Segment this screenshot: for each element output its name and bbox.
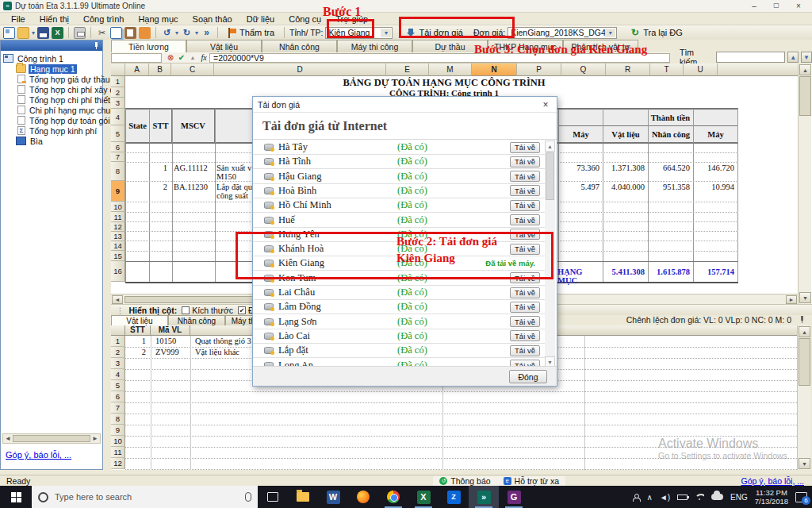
column-header-B[interactable]: B [149,64,171,76]
tree-item-3[interactable]: Tổng hợp chi phí xây dựng [3,84,102,94]
column-header-M[interactable]: M [429,64,472,76]
menu-item-file[interactable]: File [5,13,32,25]
mat-cell-stt[interactable]: 1 [125,337,149,345]
material-vscrollbar[interactable]: ▲ ▼ [797,325,810,470]
dong-button[interactable]: Đóng [509,370,547,383]
tai-ve-button[interactable]: Tải về [510,200,540,211]
firefox-button[interactable] [348,486,378,508]
cell-mscv[interactable]: BA.11230 [174,183,215,191]
menu-item-hiển-thị[interactable]: Hiển thị [33,13,75,25]
tai-ve-button[interactable]: Tải về [510,316,540,327]
tra-lai-dg-button[interactable]: ↻ Tra lại ĐG [624,25,688,40]
cell-may[interactable]: 73.360 [558,164,602,172]
menu-item-soạn-thảo[interactable]: Soạn thảo [186,13,239,25]
tai-ve-button[interactable]: Tải về [510,214,540,225]
run-icon[interactable]: » [201,27,213,39]
menu-item-công-trình[interactable]: Công trình [77,13,130,25]
material-tab-2[interactable]: Nhân công [168,315,225,325]
excel-button[interactable]: X [408,486,439,508]
tham-tra-button[interactable]: Thẩm tra [223,26,279,40]
notifications-item[interactable]: ↺ Thông báo [433,476,496,486]
mat-row-header-11[interactable]: 11 [111,447,125,458]
redo-dropdown-icon[interactable]: ▾ [195,29,198,37]
action-center-icon[interactable]: 6 [795,492,807,502]
row-header-5[interactable]: 5 [111,125,125,142]
scroll-left-icon[interactable]: ◄ [112,295,123,304]
mat-row-header-9[interactable]: 9 [111,425,125,436]
check-icon[interactable]: ✔ [176,53,187,62]
undo-dropdown-icon[interactable]: ▾ [175,29,178,37]
tab-3[interactable]: Nhân công [262,40,337,52]
tai-ve-button[interactable]: Tải về [510,185,540,196]
checkbox-2[interactable]: ✔ [238,306,246,314]
tab-4[interactable]: Máy thi công [337,40,412,52]
onedrive-icon[interactable] [711,494,723,500]
scroll-up-icon[interactable]: ▲ [799,64,811,75]
scroll-right-icon[interactable]: ► [92,435,98,442]
tai-ve-button[interactable]: Tải về [510,156,540,167]
column-header-C[interactable]: C [171,64,214,76]
mat-row-header-7[interactable]: 7 [111,402,125,414]
search-up-button[interactable]: ▲ [787,52,799,63]
scroll-left-icon[interactable]: ◄ [5,435,11,442]
mat-row-header-8[interactable]: 8 [111,414,125,425]
corner-cell[interactable] [111,64,125,76]
cell-mscv[interactable]: AG.11112 [174,164,215,172]
cell-name-box[interactable] [111,53,162,63]
cell-stt[interactable]: 1 [149,164,170,172]
mat-row-header-4[interactable]: 4 [111,369,125,380]
row-header-15[interactable]: 15 [111,251,125,261]
row-header-9[interactable]: 9 [111,181,125,202]
mat-col-ma[interactable]: Mã VL [151,325,190,336]
tree-item-1[interactable]: Hạng mục 1 [3,64,102,74]
row-header-12[interactable]: 12 [111,222,125,232]
column-header-R[interactable]: R [606,64,650,76]
format-brush-icon[interactable] [139,27,151,39]
pin-icon[interactable] [799,316,806,324]
chevron-up-icon[interactable]: ∧ [647,493,653,502]
word-button[interactable]: W [318,486,348,508]
mat-cell-stt[interactable]: 2 [125,348,149,356]
menu-item-dữ-liệu[interactable]: Dữ liệu [240,13,282,25]
tree-hscrollbar[interactable]: ◄► [2,433,101,444]
menu-item-công-cụ[interactable]: Công cụ [282,13,327,25]
row-header-13[interactable]: 13 [111,232,125,241]
tree-item-5[interactable]: Chi phí hạng mục chung [3,105,102,115]
people-icon[interactable] [633,494,640,501]
scroll-down-icon[interactable]: ▼ [799,458,810,469]
redo-icon[interactable]: ↻ [181,27,193,39]
checkbox-1[interactable] [182,306,190,314]
taskbar-search[interactable]: Type here to search [32,486,258,508]
tree-item-2[interactable]: Tổng hợp giá dự thầu [3,74,102,84]
row-header-2[interactable]: 2 [111,87,125,98]
row-header-6[interactable]: 6 [111,142,125,152]
mat-row-header-10[interactable]: 10 [111,436,125,447]
mat-row-header-6[interactable]: 6 [111,391,125,402]
tai-ve-button[interactable]: Tải về [510,302,540,313]
mic-icon[interactable] [245,492,251,502]
tai-ve-button[interactable]: Tải về [510,330,540,341]
cell-tt-nc[interactable]: 951.358 [648,183,692,191]
column-header-A[interactable]: A [125,64,149,76]
column-header-Q[interactable]: Q [561,64,606,76]
feedback-link[interactable]: Góp ý, báo lỗi, ... [741,476,812,486]
row-header-14[interactable]: 14 [111,241,125,251]
start-button[interactable] [0,486,32,508]
tai-ve-button[interactable]: Tải về [510,142,540,153]
chevron-down-icon[interactable]: ▾ [605,29,615,37]
tree-item-8[interactable]: Bìa [3,136,102,146]
mat-row-header-2[interactable]: 2 [111,347,125,358]
mat-cell-ma[interactable]: 10150 [153,337,190,345]
don-gia-combobox[interactable]: KienGiang_2018KS_DG452 ▾ [508,27,617,39]
file-explorer-button[interactable] [288,486,318,508]
column-header-E[interactable]: E [386,64,429,76]
copy-icon[interactable] [110,27,122,39]
cut-icon[interactable]: ✂ [96,27,108,39]
mat-col-stt[interactable]: STT [125,325,151,336]
tree-item-4[interactable]: Tổng hợp chi phí thiết bị [3,94,102,105]
menu-item-hạng-mục[interactable]: Hạng mục [132,13,184,25]
column-header-N[interactable]: N [472,64,517,76]
collapse-icon[interactable]: ▲ [187,55,198,60]
cell-tt-may[interactable]: 146.720 [693,164,737,172]
scroll-down-icon[interactable]: ▼ [799,292,811,303]
